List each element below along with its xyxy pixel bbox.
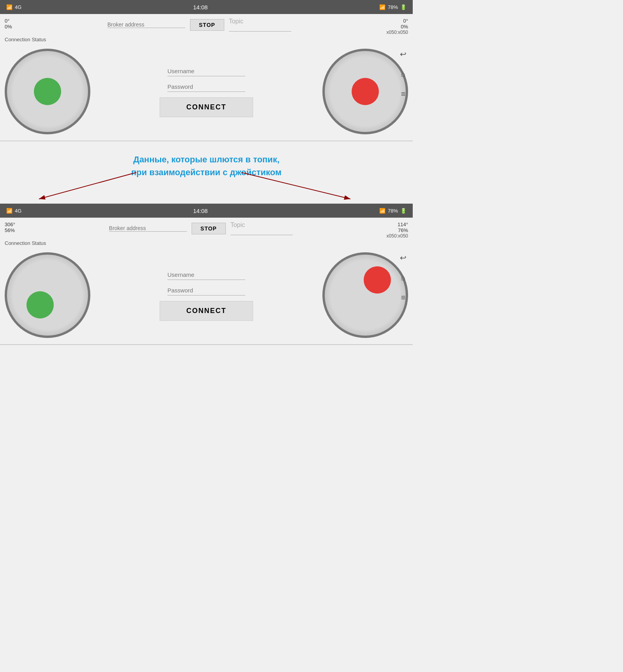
battery-icon-2: 🔋 <box>400 208 407 214</box>
top-center-1: STOP Topic <box>107 18 291 32</box>
status-right-2: 📶 78% 🔋 <box>379 208 407 214</box>
back-icon-2[interactable]: ↩ <box>400 253 407 262</box>
top-right-1: 0° 0% x050:x050 <box>387 18 408 35</box>
connect-button-1[interactable]: CONNECT <box>160 97 253 117</box>
broker-group-2 <box>109 225 187 232</box>
username-input-1[interactable] <box>167 66 245 76</box>
menu-icon-2[interactable]: ≡ <box>401 293 406 302</box>
connect-button-2[interactable]: CONNECT <box>160 301 253 321</box>
topic-input-2[interactable] <box>231 229 293 235</box>
signal-icon-2: 📶 <box>6 208 12 214</box>
stop-button-2[interactable]: STOP <box>192 223 226 234</box>
annotation-section: Данные, которые шлются в топик, при взаи… <box>0 141 413 204</box>
home-icon-2[interactable]: ⌂ <box>401 273 405 282</box>
network-label-1: 4G <box>15 4 21 10</box>
battery-label-2: 78% <box>388 208 398 214</box>
password-input-2[interactable] <box>167 285 245 296</box>
side-icons-2: ↩ ⌂ ≡ <box>400 253 408 302</box>
status-left-1: 📶 4G <box>6 4 21 10</box>
joystick-area-2: CONNECT <box>5 252 408 338</box>
center-controls-1: CONNECT <box>90 66 322 117</box>
topic-group-1: Topic <box>229 18 291 32</box>
time-2: 14:08 <box>193 208 208 214</box>
center-controls-2: CONNECT <box>90 270 322 321</box>
screen-1: 0° 0% STOP Topic 0° 0% x050:x050 Connect… <box>0 14 413 141</box>
username-input-2[interactable] <box>167 270 245 280</box>
left-joystick-1[interactable] <box>5 49 90 134</box>
right-joystick-dot-2 <box>364 266 391 294</box>
top-left-2: 306° 56% <box>5 222 15 233</box>
xy-right-1: x050:x050 <box>387 30 408 35</box>
battery-label-1: 78% <box>388 4 398 10</box>
right-joystick-2[interactable] <box>322 252 408 338</box>
home-icon-1[interactable]: ⌂ <box>401 70 405 79</box>
back-icon-1[interactable]: ↩ <box>400 49 407 59</box>
left-joystick-dot-2 <box>26 291 54 318</box>
stop-button-1[interactable]: STOP <box>190 19 224 31</box>
degree-1: 0° <box>5 18 12 24</box>
battery-icon-1: 🔋 <box>400 4 407 10</box>
top-row-2: 306° 56% STOP Topic 114° 76% x050:x050 <box>5 222 408 239</box>
percent-right-1: 0% <box>401 24 408 30</box>
topic-label-1: Topic <box>229 18 291 25</box>
topic-input-1[interactable] <box>229 25 291 32</box>
right-joystick-dot-1 <box>352 78 379 105</box>
joystick-area-1: CONNECT <box>5 49 408 134</box>
percent-right-2: 76% <box>398 227 408 233</box>
left-joystick-dot-1 <box>34 78 61 105</box>
broker-input-1[interactable] <box>107 21 185 28</box>
percent-1: 0% <box>5 24 12 30</box>
broker-input-2[interactable] <box>109 225 187 232</box>
status-bar-2: 📶 4G 14:08 📶 78% 🔋 <box>0 204 413 218</box>
conn-status-2: Connection Status <box>5 240 408 246</box>
annotation-line-2: при взаимодействии с джойстиком <box>131 167 282 177</box>
left-joystick-2[interactable] <box>5 252 90 338</box>
topic-label-2: Topic <box>231 222 293 229</box>
status-left-2: 📶 4G <box>6 208 21 214</box>
degree-right-1: 0° <box>403 18 408 24</box>
degree-2: 306° <box>5 222 15 227</box>
right-joystick-1[interactable] <box>322 49 408 134</box>
signal-icon: 📶 <box>6 4 12 10</box>
percent-2: 56% <box>5 227 15 233</box>
top-left-1: 0° 0% <box>5 18 12 30</box>
network-label-2: 4G <box>15 208 21 214</box>
status-bar-1: 📶 4G 14:08 📶 78% 🔋 <box>0 0 413 14</box>
status-right-1: 📶 78% 🔋 <box>379 4 407 10</box>
password-input-1[interactable] <box>167 82 245 92</box>
top-center-2: STOP Topic <box>109 222 293 235</box>
wifi-icon-1: 📶 <box>379 4 385 10</box>
annotation-line-1: Данные, которые шлются в топик, <box>133 155 280 164</box>
svg-line-1 <box>39 172 136 199</box>
top-row-1: 0° 0% STOP Topic 0° 0% x050:x050 <box>5 18 408 35</box>
conn-status-1: Connection Status <box>5 37 408 42</box>
top-right-2: 114° 76% x050:x050 <box>387 222 408 239</box>
wifi-icon-2: 📶 <box>379 208 385 214</box>
xy-right-2: x050:x050 <box>387 233 408 239</box>
broker-group-1 <box>107 21 185 28</box>
time-1: 14:08 <box>193 4 208 11</box>
annotation-text: Данные, которые шлются в топик, при взаи… <box>131 153 282 179</box>
screen-2: 306° 56% STOP Topic 114° 76% x050:x050 C… <box>0 218 413 344</box>
menu-icon-1[interactable]: ≡ <box>401 90 406 99</box>
topic-group-2: Topic <box>231 222 293 235</box>
side-icons-1: ↩ ⌂ ≡ <box>400 49 408 99</box>
degree-right-2: 114° <box>398 222 408 227</box>
